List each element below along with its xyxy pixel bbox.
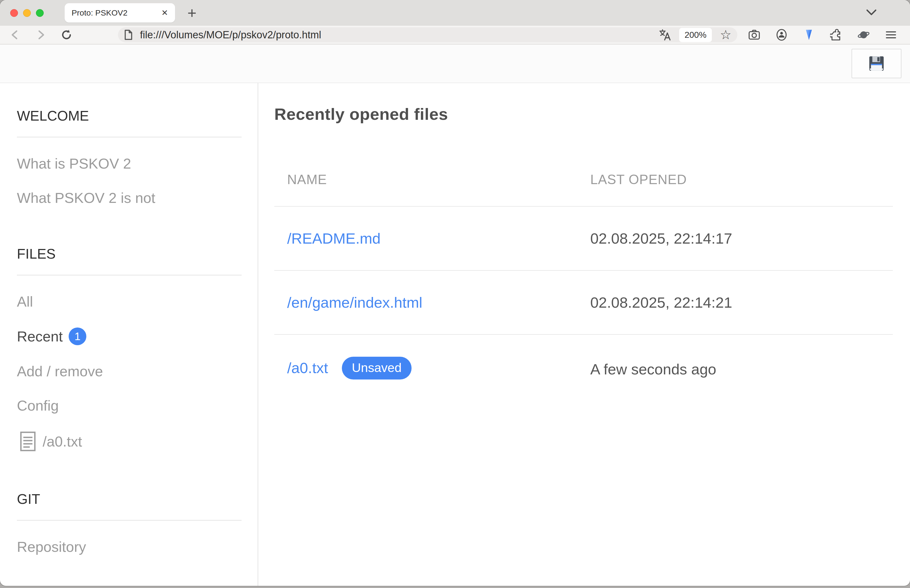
close-window-icon[interactable] — [10, 9, 18, 17]
url-text: file:///Volumes/MOE/p/pskov2/proto.html — [140, 29, 321, 41]
sidebar-item-label: What PSKOV 2 is not — [17, 189, 155, 206]
sidebar-item-repository[interactable]: Repository — [17, 538, 242, 555]
page-file-icon — [124, 29, 133, 40]
browser-tab[interactable]: Proto: PSKOV2 ✕ — [65, 3, 175, 23]
table-row: /README.md 02.08.2025, 22:14:17 — [274, 206, 893, 270]
table-row: /a0.txt Unsaved A few seconds ago — [274, 334, 893, 404]
sidebar-item-label: All — [17, 293, 33, 310]
address-bar[interactable]: file:///Volumes/MOE/p/pskov2/proto.html … — [118, 27, 737, 42]
menu-icon[interactable] — [885, 29, 897, 41]
profile-icon[interactable] — [776, 29, 788, 41]
page-body: WELCOME What is PSKOV 2 What PSKOV 2 is … — [0, 83, 910, 586]
divider — [17, 137, 242, 137]
minimize-window-icon[interactable] — [23, 9, 31, 17]
sidebar-item-config[interactable]: Config — [17, 397, 242, 414]
floppy-disk-icon — [868, 55, 885, 73]
sidebar-item-label: Recent — [17, 328, 63, 345]
zoom-level-badge[interactable]: 200% — [679, 28, 712, 42]
sidebar-heading-welcome: WELCOME — [17, 108, 242, 124]
tab-close-icon[interactable]: ✕ — [162, 9, 168, 17]
tab-search-chevron-icon[interactable] — [865, 8, 877, 17]
sidebar-item-recent[interactable]: Recent 1 — [17, 328, 242, 345]
extensions-puzzle-icon[interactable] — [830, 29, 842, 41]
table-row: /en/game/index.html 02.08.2025, 22:14:21 — [274, 270, 893, 334]
sidebar-item-what-pskov-2-is-not[interactable]: What PSKOV 2 is not — [17, 189, 242, 206]
sidebar-item-all[interactable]: All — [17, 293, 242, 310]
document-icon — [20, 431, 36, 451]
column-header-name: NAME — [274, 172, 577, 206]
page-title: Recently opened files — [274, 105, 893, 124]
file-link-readme[interactable]: /README.md — [287, 230, 381, 247]
sidebar-item-add-remove[interactable]: Add / remove — [17, 363, 242, 380]
camera-icon[interactable] — [748, 29, 760, 41]
tab-bar: Proto: PSKOV2 ✕ + — [0, 0, 910, 26]
divider — [17, 520, 242, 521]
sidebar-heading-git: GIT — [17, 491, 242, 507]
new-tab-button[interactable]: + — [187, 5, 197, 21]
save-button[interactable] — [852, 49, 902, 78]
sidebar-item-label: What is PSKOV 2 — [17, 155, 131, 172]
sidebar-section-welcome: WELCOME What is PSKOV 2 What PSKOV 2 is … — [17, 108, 242, 206]
v-extension-icon[interactable] — [803, 29, 815, 41]
browser-toolbar: file:///Volumes/MOE/p/pskov2/proto.html … — [0, 26, 910, 45]
bookmark-star-icon[interactable]: ☆ — [720, 28, 731, 41]
toolbar-extensions — [748, 29, 897, 41]
page-header — [0, 45, 910, 83]
recent-files-table: NAME LAST OPENED /README.md 02.08.2025, … — [274, 172, 893, 404]
browser-window: Proto: PSKOV2 ✕ + file:///Volumes/MOE/p/… — [0, 0, 910, 586]
recent-count-badge: 1 — [69, 328, 86, 345]
sidebar-section-git: GIT Repository — [17, 491, 242, 555]
planet-icon[interactable] — [857, 29, 870, 41]
traffic-lights — [10, 9, 44, 17]
file-link-index-html[interactable]: /en/game/index.html — [287, 294, 422, 311]
last-opened-value: A few seconds ago — [577, 334, 893, 404]
unsaved-status-badge: Unsaved — [342, 357, 412, 380]
back-icon[interactable] — [9, 29, 21, 41]
sidebar-heading-files: FILES — [17, 246, 242, 262]
sidebar-item-what-is-pskov-2[interactable]: What is PSKOV 2 — [17, 155, 242, 172]
sidebar-item-label: Add / remove — [17, 363, 103, 380]
file-link-a0-txt[interactable]: /a0.txt — [287, 359, 328, 376]
column-header-last-opened: LAST OPENED — [577, 172, 893, 206]
translate-icon[interactable] — [659, 29, 671, 41]
sidebar-item-a0-txt[interactable]: /a0.txt — [20, 431, 242, 451]
last-opened-value: 02.08.2025, 22:14:21 — [577, 270, 893, 334]
divider — [17, 275, 242, 276]
sidebar-item-label: Config — [17, 397, 59, 414]
sidebar-section-files: FILES All Recent 1 Add / remove Config — [17, 246, 242, 451]
refresh-icon[interactable] — [61, 29, 73, 41]
sidebar: WELCOME What is PSKOV 2 What PSKOV 2 is … — [0, 83, 258, 586]
fullscreen-window-icon[interactable] — [36, 9, 44, 17]
last-opened-value: 02.08.2025, 22:14:17 — [577, 206, 893, 270]
sidebar-item-label: Repository — [17, 538, 86, 555]
sidebar-item-label: /a0.txt — [43, 433, 82, 450]
forward-icon[interactable] — [35, 29, 47, 41]
tab-title: Proto: PSKOV2 — [71, 8, 162, 18]
main-content: Recently opened files NAME LAST OPENED /… — [258, 83, 910, 586]
